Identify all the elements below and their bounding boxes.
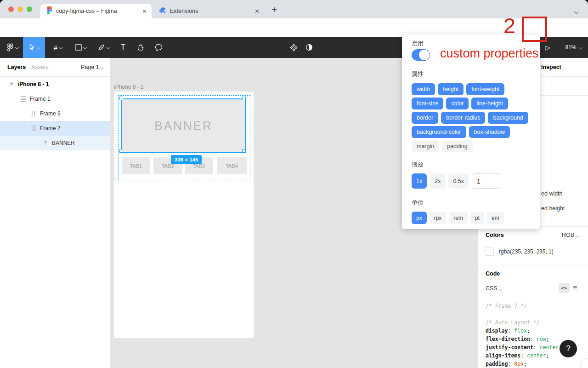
code-view-toggle-icon[interactable]: <> [559, 283, 570, 293]
help-button[interactable]: ? [560, 340, 577, 357]
minimize-window-button[interactable] [17, 6, 23, 12]
create-component-button[interactable] [286, 37, 301, 58]
css-code-block: /* Frame 7 */ /* Auto Layout */display: … [486, 302, 562, 368]
unit-option-rpx[interactable]: rpx [430, 212, 447, 224]
unit-options: pxrpxremptem [412, 212, 504, 224]
close-window-button[interactable] [8, 6, 14, 12]
tab-inspect[interactable]: Inspect [541, 64, 561, 70]
selection-handle-sw[interactable] [119, 149, 123, 153]
tab-figma[interactable]: copy-figma-css – Figma ✕ [40, 4, 152, 18]
close-tab-icon[interactable]: ✕ [142, 8, 147, 15]
tab-assets[interactable]: Assets [31, 64, 49, 70]
tab-extensions[interactable]: Extensions ✕ [154, 4, 260, 18]
browser-address-bar: ← → ↻ ⌂ figma.com/file/nPxSPQCXCXsaZqEbF… [0, 18, 588, 37]
selection-handle-se[interactable] [242, 149, 246, 153]
mask-button[interactable] [301, 37, 317, 58]
scale-option-2x[interactable]: 2x [430, 173, 445, 189]
close-tab-icon[interactable]: ✕ [254, 8, 260, 15]
text-icon: T [42, 140, 49, 146]
shape-tool-button[interactable] [70, 37, 92, 58]
banner-placeholder-text: BANNER [154, 119, 212, 133]
property-chip-background[interactable]: background [488, 112, 528, 124]
play-icon: ▷ [546, 44, 551, 51]
new-tab-button[interactable]: + [268, 5, 281, 15]
pen-icon [98, 44, 105, 51]
property-chip-padding[interactable]: padding [442, 140, 473, 152]
layer-row-banner[interactable]: TBANNER [0, 136, 110, 150]
unit-option-rem[interactable]: rem [449, 212, 468, 224]
enable-toggle[interactable] [412, 49, 430, 61]
layer-tree: #iPhone 8 - 1Frame 1Frame 6Frame 7TBANNE… [0, 77, 110, 150]
property-chip-line-height[interactable]: line-height [471, 98, 508, 109]
property-chip-height[interactable]: height [438, 83, 464, 95]
fixed-height-label: ed height [541, 205, 565, 212]
tab-title: Extensions [170, 8, 250, 14]
pen-tool-button[interactable] [93, 37, 115, 58]
zoom-level: 81% [565, 44, 576, 51]
layer-row-frame-1[interactable]: Frame 1 [0, 92, 110, 106]
unit-option-pt[interactable]: pt [470, 212, 484, 224]
layer-row-frame-6[interactable]: Frame 6 [0, 106, 110, 121]
layer-row-frame-7[interactable]: Frame 7 [0, 121, 110, 136]
frame-tool-button[interactable]: # [47, 37, 69, 58]
rectangle-icon [75, 44, 82, 51]
property-chip-margin[interactable]: margin [412, 140, 439, 152]
property-chip-border[interactable]: border [412, 112, 438, 124]
text-tool-icon: T [121, 43, 125, 52]
banner-element[interactable]: BANNER [121, 98, 246, 153]
scale-option-1x[interactable]: 1x [412, 173, 427, 189]
unit-option-px[interactable]: px [412, 212, 427, 224]
scale-custom-input[interactable] [472, 173, 500, 189]
page-selector[interactable]: Page 1 [81, 64, 103, 70]
property-chip-color[interactable]: color [446, 98, 469, 109]
color-value: rgba(235, 235, 235, 1) [499, 248, 554, 255]
layer-row-iphone-8-1[interactable]: #iPhone 8 - 1 [0, 77, 110, 92]
fixed-width-label: ed width [541, 190, 563, 197]
tab-layers[interactable]: Layers [7, 64, 26, 70]
tab-search-chevron-icon[interactable] [575, 7, 578, 16]
property-chip-width[interactable]: width [412, 83, 435, 95]
property-chip-font-size[interactable]: font-size [412, 98, 443, 109]
component-icon [290, 44, 298, 52]
color-mode-dropdown[interactable]: RGB [562, 232, 578, 238]
tab-separator [263, 6, 263, 16]
property-chip-font-weight[interactable]: font-weight [466, 83, 504, 95]
layer-label: iPhone 8 - 1 [18, 81, 49, 87]
figma-menu-icon [6, 43, 14, 52]
code-options-icon[interactable]: ≡ [573, 284, 577, 292]
property-chip-border-radius[interactable]: border-radius [441, 112, 485, 124]
canvas-tab-tab4[interactable]: TAB4 [217, 157, 247, 174]
scale-option-0.5x[interactable]: 0.5x [448, 173, 469, 189]
autolayout-vertical-icon [20, 96, 27, 102]
text-tool-button[interactable]: T [116, 37, 130, 58]
figma-favicon [47, 6, 52, 16]
color-swatch[interactable] [486, 247, 494, 256]
unit-option-em[interactable]: em [487, 212, 504, 224]
code-language-dropdown[interactable]: CSS [486, 285, 502, 292]
browser-tab-strip: copy-figma-css – Figma ✕ Extensions ✕ + [0, 0, 588, 18]
puzzle-icon [159, 7, 166, 16]
property-chip-background-color[interactable]: background-color [412, 126, 466, 138]
selection-handle-ne[interactable] [242, 97, 246, 100]
layers-panel: Layers Assets Page 1 #iPhone 8 - 1Frame … [0, 58, 111, 368]
zoom-level-dropdown[interactable]: 81% [565, 37, 582, 58]
layer-label: Frame 6 [40, 110, 61, 117]
maximize-window-button[interactable] [27, 6, 32, 12]
property-chip-box-shadow[interactable]: box-shadow [469, 126, 510, 138]
scale-label: 缩放 [412, 161, 424, 169]
annotation-count: 2 [503, 13, 515, 38]
frame-icon: # [8, 81, 15, 87]
browser-window: copy-figma-css – Figma ✕ Extensions ✕ + … [0, 0, 588, 368]
selection-handle-nw[interactable] [119, 97, 123, 100]
comment-tool-button[interactable] [151, 37, 167, 58]
frame-tool-icon: # [54, 44, 57, 52]
property-chips: widthheightfont-weightfont-sizecolorline… [412, 83, 532, 155]
move-tool-button[interactable] [23, 37, 45, 58]
canvas-frame-label[interactable]: iPhone 8 - 1 [114, 84, 144, 90]
canvas-tab-tab1[interactable]: TAB1 [122, 157, 150, 174]
scale-options: 1x2x0.5x [412, 173, 500, 189]
layer-label: Frame 7 [40, 125, 61, 132]
cursor-icon [28, 44, 35, 51]
figma-main-menu-button[interactable] [4, 37, 21, 58]
hand-tool-button[interactable] [132, 37, 149, 58]
